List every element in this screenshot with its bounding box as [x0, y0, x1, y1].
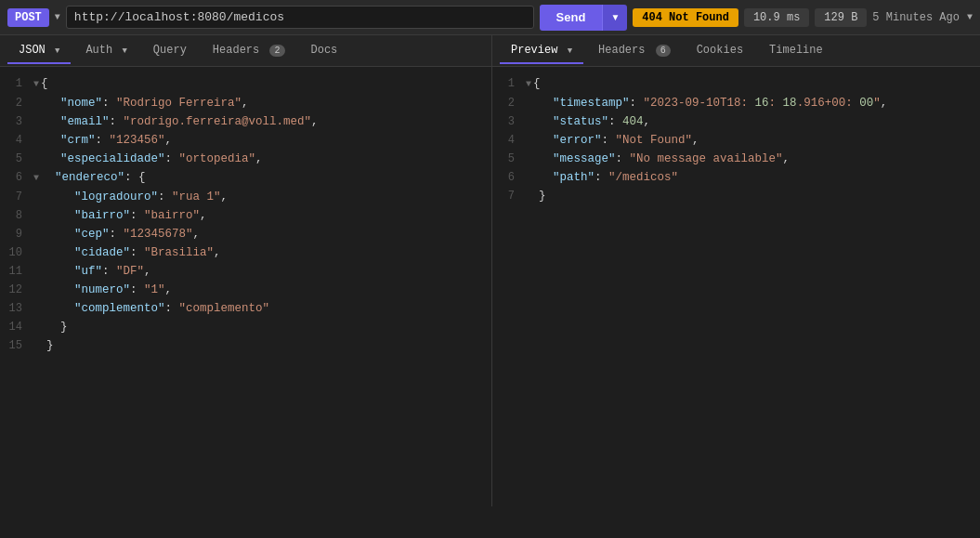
code-line: 4 "crm": "123456", — [0, 131, 491, 150]
tab-timeline[interactable]: Timeline — [758, 38, 834, 64]
line-number: 15 — [0, 336, 33, 355]
line-number: 9 — [0, 225, 33, 243]
line-content: "crm": "123456", — [33, 131, 491, 150]
line-content: ▼{ — [526, 74, 980, 94]
line-number: 3 — [492, 112, 526, 131]
line-content: } — [33, 336, 491, 355]
line-number: 11 — [0, 262, 33, 281]
code-line: 8 "bairro": "bairro", — [0, 206, 491, 225]
top-bar: POST ▼ Send ▼ 404 Not Found 10.9 ms 129 … — [0, 0, 980, 35]
tab-response-headers[interactable]: Headers 6 — [587, 38, 682, 64]
request-body-editor[interactable]: 1 ▼{ 2 "nome": "Rodrigo Ferreira", 3 "em… — [0, 67, 491, 506]
line-number: 2 — [0, 94, 33, 112]
method-badge[interactable]: POST — [7, 8, 49, 27]
line-content: "logradouro": "rua 1", — [33, 188, 491, 206]
line-number: 14 — [0, 318, 33, 336]
line-number: 8 — [0, 206, 33, 225]
code-line: 1 ▼{ — [0, 74, 491, 94]
json-tab-arrow[interactable]: ▼ — [55, 46, 59, 56]
code-line: 7 } — [492, 187, 980, 205]
line-content: "uf": "DF", — [33, 262, 491, 281]
tab-query[interactable]: Query — [142, 38, 198, 64]
line-number: 4 — [492, 131, 526, 150]
send-dropdown-button[interactable]: ▼ — [602, 5, 627, 31]
main-content: JSON ▼ Auth ▼ Query Headers 2 Docs 1 ▼{ … — [0, 35, 980, 506]
tab-preview[interactable]: Preview ▼ — [500, 38, 583, 64]
line-number: 3 — [0, 112, 33, 131]
code-line: 6 ▼ "endereco": { — [0, 168, 491, 188]
code-line: 5 "message": "No message available", — [492, 150, 980, 168]
time-ago: 5 Minutes Ago — [872, 11, 960, 24]
send-button[interactable]: Send — [540, 5, 603, 31]
line-content: "complemento": "complemento" — [33, 299, 491, 318]
code-line: 3 "status": 404, — [492, 112, 980, 131]
line-number: 4 — [0, 131, 33, 150]
right-tab-bar: Preview ▼ Headers 6 Cookies Timeline — [492, 35, 980, 67]
code-line: 2 "timestamp": "2023-09-10T18: 16: 18.91… — [492, 94, 980, 112]
collapse-arrow[interactable]: ▼ — [526, 79, 531, 89]
line-content: "especialidade": "ortopedia", — [33, 150, 491, 168]
code-line: 14 } — [0, 318, 491, 336]
line-number: 10 — [0, 243, 33, 262]
code-line: 3 "email": "rodrigo.ferreira@voll.med", — [0, 112, 491, 131]
line-content: "timestamp": "2023-09-10T18: 16: 18.916+… — [526, 94, 980, 112]
line-content: ▼{ — [33, 74, 491, 94]
left-tab-bar: JSON ▼ Auth ▼ Query Headers 2 Docs — [0, 35, 491, 67]
tab-json[interactable]: JSON ▼ — [7, 38, 71, 64]
method-dropdown-arrow[interactable]: ▼ — [55, 12, 60, 22]
url-input[interactable] — [66, 6, 534, 29]
auth-tab-arrow[interactable]: ▼ — [122, 46, 126, 56]
send-btn-group: Send ▼ — [540, 5, 628, 31]
time-ago-dropdown[interactable]: ▼ — [967, 12, 973, 22]
tab-headers[interactable]: Headers 2 — [202, 38, 296, 64]
line-content: "path": "/medicos" — [526, 168, 980, 187]
line-content: "bairro": "bairro", — [33, 206, 491, 225]
response-preview: 1 ▼{ 2 "timestamp": "2023-09-10T18: 16: … — [492, 67, 980, 506]
code-line: 1 ▼{ — [492, 74, 980, 94]
preview-tab-arrow[interactable]: ▼ — [568, 46, 572, 56]
line-number: 2 — [492, 94, 526, 112]
line-number: 13 — [0, 299, 33, 318]
response-time: 10.9 ms — [744, 8, 809, 27]
left-pane: JSON ▼ Auth ▼ Query Headers 2 Docs 1 ▼{ … — [0, 35, 492, 506]
collapse-arrow[interactable]: ▼ — [33, 79, 39, 89]
code-line: 9 "cep": "12345678", — [0, 225, 491, 243]
code-line: 11 "uf": "DF", — [0, 262, 491, 281]
code-line: 7 "logradouro": "rua 1", — [0, 188, 491, 206]
line-number: 1 — [0, 74, 33, 93]
code-line: 12 "numero": "1", — [0, 281, 491, 299]
line-content: "nome": "Rodrigo Ferreira", — [33, 94, 491, 112]
line-number: 6 — [0, 168, 33, 187]
line-number: 12 — [0, 281, 33, 299]
line-content: ▼ "endereco": { — [33, 168, 491, 188]
line-content: "cidade": "Brasilia", — [33, 243, 491, 262]
code-line: 5 "especialidade": "ortopedia", — [0, 150, 491, 168]
line-number: 7 — [492, 187, 526, 205]
line-content: } — [526, 187, 980, 205]
line-number: 5 — [492, 150, 526, 168]
line-content: "email": "rodrigo.ferreira@voll.med", — [33, 112, 491, 131]
line-number: 5 — [0, 150, 33, 168]
line-content: "numero": "1", — [33, 281, 491, 299]
code-line: 15 } — [0, 336, 491, 355]
code-line: 4 "error": "Not Found", — [492, 131, 980, 150]
status-badge: 404 Not Found — [633, 8, 738, 27]
tab-auth[interactable]: Auth ▼ — [74, 38, 137, 64]
line-content: "cep": "12345678", — [33, 225, 491, 243]
line-number: 1 — [492, 74, 526, 93]
line-number: 6 — [492, 168, 526, 187]
line-content: } — [33, 318, 491, 336]
code-line: 2 "nome": "Rodrigo Ferreira", — [0, 94, 491, 112]
tab-cookies[interactable]: Cookies — [686, 38, 754, 64]
code-line: 13 "complemento": "complemento" — [0, 299, 491, 318]
line-content: "error": "Not Found", — [526, 131, 980, 150]
line-content: "message": "No message available", — [526, 150, 980, 168]
line-number: 7 — [0, 188, 33, 206]
response-size: 129 B — [815, 8, 867, 27]
collapse-arrow[interactable]: ▼ — [33, 173, 39, 183]
tab-docs[interactable]: Docs — [300, 38, 349, 64]
code-line: 10 "cidade": "Brasilia", — [0, 243, 491, 262]
code-line: 6 "path": "/medicos" — [492, 168, 980, 187]
right-pane: Preview ▼ Headers 6 Cookies Timeline 1 ▼… — [492, 35, 980, 506]
line-content: "status": 404, — [526, 112, 980, 131]
